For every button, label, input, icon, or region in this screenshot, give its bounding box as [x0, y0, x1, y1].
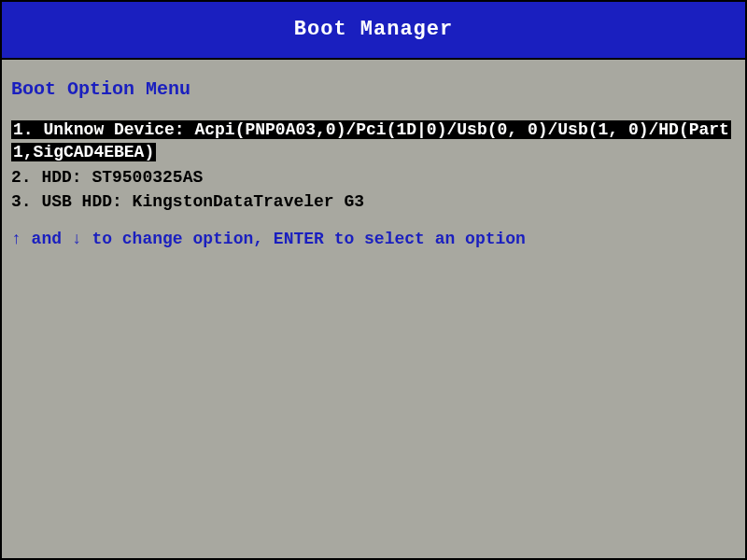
title-bar: Boot Manager: [2, 2, 745, 60]
boot-option-1[interactable]: 1. Unknow Device: Acpi(PNP0A03,0)/Pci(1D…: [11, 119, 736, 164]
boot-option-2[interactable]: 2. HDD: ST9500325AS: [11, 166, 736, 189]
boot-option-2-label: 2. HDD: ST9500325AS: [11, 168, 203, 187]
boot-option-1-label: 1. Unknow Device: Acpi(PNP0A03,0)/Pci(1D…: [11, 120, 731, 161]
boot-option-3[interactable]: 3. USB HDD: KingstonDataTraveler G3: [11, 190, 736, 213]
navigation-hint: ↑ and ↓ to change option, ENTER to selec…: [11, 230, 736, 248]
title-text: Boot Manager: [294, 18, 453, 41]
menu-title: Boot Option Menu: [11, 78, 736, 100]
content-area: Boot Option Menu 1. Unknow Device: Acpi(…: [2, 60, 745, 258]
boot-option-3-label: 3. USB HDD: KingstonDataTraveler G3: [11, 192, 364, 211]
bios-screen: Boot Manager Boot Option Menu 1. Unknow …: [0, 0, 747, 560]
